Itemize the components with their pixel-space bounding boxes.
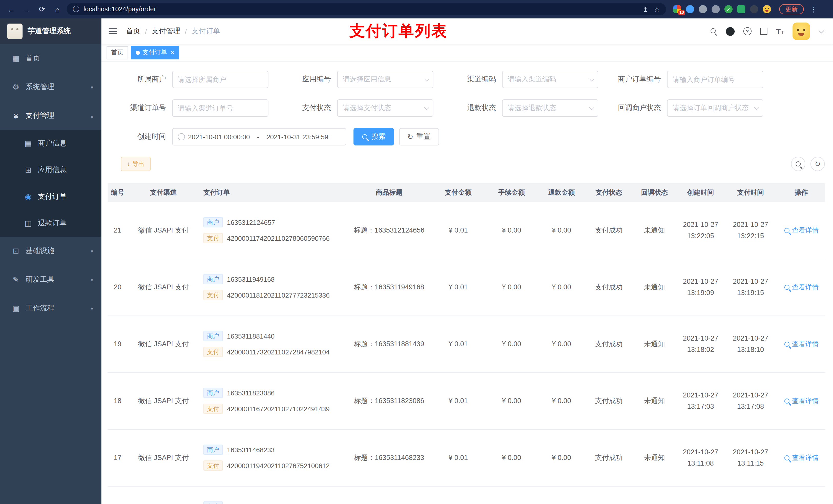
chevron-down-icon (589, 76, 594, 81)
refresh-table-button[interactable]: ↻ (810, 157, 825, 171)
caret-down-icon[interactable] (819, 28, 825, 33)
profile-avatar-icon[interactable] (699, 5, 707, 13)
view-detail-link[interactable]: 查看详情 (784, 283, 819, 292)
table-row: 21 微信 JSAPI 支付 商户 1635312124657 支付 (108, 202, 825, 259)
share-icon[interactable]: ↥ (643, 5, 648, 13)
tools-icon: ✎ (11, 275, 21, 284)
site-info-icon[interactable]: ⓘ (73, 5, 79, 14)
cell-fee: ¥ 0.00 (486, 202, 537, 259)
sidebar-item-pay-order[interactable]: ◉ 支付订单 (0, 183, 101, 210)
browser-home-icon[interactable]: ⌂ (51, 5, 64, 14)
pin-extension-icon[interactable] (750, 5, 758, 13)
search-button[interactable]: 搜索 (354, 128, 394, 145)
export-button[interactable]: ↓ 导出 (121, 157, 151, 171)
merchant-tag: 商户 (204, 274, 223, 284)
browser-profile-avatar[interactable] (763, 5, 771, 13)
search-icon[interactable] (710, 28, 717, 35)
check-extension-icon[interactable]: ✓ (724, 5, 733, 13)
blue-extension-icon[interactable] (686, 5, 694, 13)
cell-notify: 未通知 (632, 429, 677, 486)
user-avatar[interactable] (792, 23, 810, 40)
view-detail-link[interactable]: 查看详情 (784, 453, 819, 462)
cell-id: 21 (108, 202, 127, 259)
cell-create-time: 2021-10-27 13:11:08 (677, 429, 724, 486)
merchant-order-no: 1635311949168 (227, 275, 275, 283)
cell-amount: ¥ 0.01 (430, 373, 486, 429)
reset-button[interactable]: ↻ 重置 (399, 128, 439, 145)
cell-notify: 未通知 (632, 202, 677, 259)
notify-status-select[interactable]: 请选择订单回调商户状态 (667, 99, 763, 117)
toggle-search-button[interactable] (791, 157, 805, 171)
view-detail-link[interactable]: 查看详情 (784, 225, 819, 235)
close-tab-icon[interactable]: × (171, 49, 174, 56)
merchant-order-no-field[interactable] (667, 71, 763, 88)
fullscreen-icon[interactable] (760, 28, 767, 35)
col-pay-time: 支付时间 (724, 183, 777, 202)
sidebar-item-app-info[interactable]: ⊞ 应用信息 (0, 157, 101, 183)
sidebar-item-infrastructure[interactable]: ⊡ 基础设施 ▾ (0, 237, 101, 265)
channel-code-select[interactable]: 请输入渠道编码 (502, 71, 598, 88)
logo-avatar (7, 24, 23, 39)
sidebar-item-label: 支付订单 (38, 192, 67, 201)
cell-pay-time: 2021-10-27 13:19:15 (724, 259, 777, 315)
pay-tag: 支付 (204, 233, 223, 243)
sidebar-item-merchant-info[interactable]: ▤ 商户信息 (0, 130, 101, 157)
browser-chrome: ← → ⟳ ⌂ ⓘ localhost:1024/pay/order ↥ ☆ 1… (0, 0, 833, 19)
chevron-down-icon: ▾ (91, 306, 93, 311)
tab-pay-order[interactable]: 支付订单 × (131, 46, 179, 59)
app-select[interactable]: 请选择应用信息 (337, 71, 433, 88)
merchant-tag: 商户 (204, 501, 223, 504)
sidebar-item-workflow[interactable]: ▣ 工作流程 ▾ (0, 294, 101, 323)
cell-amount: ¥ 0.01 (430, 259, 486, 315)
bookmark-star-icon[interactable]: ☆ (654, 5, 660, 13)
cell-id: 17 (108, 429, 127, 486)
green-extension-icon[interactable] (737, 5, 745, 13)
pay-status-select[interactable]: 请选择支付状态 (337, 99, 433, 117)
cell-amount: ¥ 0.01 (430, 202, 486, 259)
profile-avatar-icon-2[interactable] (712, 5, 720, 13)
sidebar: 芋道管理系统 ▦ 首页 ⚙ 系统管理 ▾ ¥ 支付管理 ▴ (0, 19, 101, 504)
font-size-icon[interactable]: TT (776, 27, 784, 35)
sidebar-item-payment[interactable]: ¥ 支付管理 ▴ (0, 101, 101, 130)
view-detail-link[interactable]: 查看详情 (784, 396, 819, 405)
merchant-order-no-input[interactable] (673, 75, 758, 83)
view-detail-link[interactable]: 查看详情 (784, 339, 819, 349)
channel-order-no-input[interactable] (178, 104, 263, 112)
breadcrumb-payment[interactable]: 支付管理 (152, 27, 180, 36)
cell-channel: 微信 JSAPI 支付 (127, 202, 199, 259)
breadcrumb-home[interactable]: 首页 (126, 27, 140, 36)
card-icon: ▤ (24, 139, 33, 148)
screen: ← → ⟳ ⌂ ⓘ localhost:1024/pay/order ↥ ☆ 1… (0, 0, 833, 504)
browser-menu-icon[interactable]: ⋮ (810, 5, 817, 13)
refresh-icon: ↻ (814, 160, 820, 167)
merchant-input[interactable] (178, 75, 263, 83)
browser-forward-icon[interactable]: → (21, 5, 33, 14)
merchant-select[interactable] (172, 71, 268, 88)
cell-refund: ¥ 0.00 (537, 259, 586, 315)
help-icon[interactable]: ? (743, 27, 751, 35)
cell-refund: ¥ 0.00 (537, 202, 586, 259)
extension-badge: 10 (678, 10, 685, 15)
address-bar[interactable]: ⓘ localhost:1024/pay/order ↥ ☆ (67, 3, 666, 15)
create-time-range-picker[interactable]: 2021-10-01 00:00:00 - 2021-10-31 23:59:5… (172, 128, 346, 145)
browser-update-button[interactable]: 更新 (779, 4, 804, 14)
sidebar-toggle-icon[interactable] (101, 19, 124, 44)
search-icon (795, 161, 801, 167)
github-icon[interactable] (726, 27, 734, 35)
channel-order-no-field[interactable] (172, 99, 268, 117)
refund-status-select[interactable]: 请选择退款状态 (502, 99, 598, 117)
notify-status-label: 回调商户状态 (614, 103, 667, 113)
breadcrumb: 首页 / 支付管理 / 支付订单 (126, 27, 220, 36)
tab-home[interactable]: 首页 (106, 46, 128, 59)
monitor-icon: ⊡ (11, 246, 21, 256)
sidebar-item-refund-order[interactable]: ◫ 退款订单 (0, 210, 101, 237)
sidebar-item-label: 系统管理 (26, 82, 54, 92)
extension-icon[interactable]: 10 (673, 5, 681, 13)
cell-action: 查看详情 (777, 429, 825, 486)
sidebar-item-dev-tools[interactable]: ✎ 研发工具 ▾ (0, 265, 101, 294)
browser-reload-icon[interactable]: ⟳ (36, 5, 48, 14)
sidebar-item-home[interactable]: ▦ 首页 (0, 44, 101, 73)
sidebar-item-system[interactable]: ⚙ 系统管理 ▾ (0, 73, 101, 101)
cell-id: 20 (108, 259, 127, 315)
browser-back-icon[interactable]: ← (5, 5, 18, 14)
